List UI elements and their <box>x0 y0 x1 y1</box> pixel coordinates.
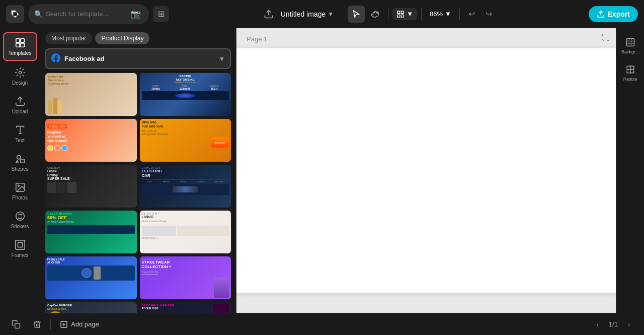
right-panel-background[interactable]: Backgr... <box>618 33 642 58</box>
svg-point-14 <box>17 156 20 159</box>
template-thumb-streetwear[interactable]: CapCut TREND 2024 STREETWEARCOLLECTION +… <box>140 256 231 299</box>
template-thumb-gym[interactable]: BECOME A MEMBER AT OUR GYM! 35% OFF GYMF… <box>140 302 231 313</box>
file-title-text: Untitled image <box>281 10 326 18</box>
filter-tab-most-popular[interactable]: Most popular <box>45 32 92 44</box>
right-panel-background-label: Backgr... <box>621 49 639 54</box>
select-tool-button[interactable] <box>348 6 365 23</box>
template-thumb-skincare[interactable]: Unlock theSecret to aGlowing Skin! <box>45 73 137 116</box>
add-page-button[interactable]: Add page <box>56 318 103 330</box>
svg-rect-2 <box>401 11 404 14</box>
sidebar-item-frames[interactable]: Frames <box>3 235 37 262</box>
search-bar: 🔍 📷 <box>28 4 149 24</box>
page-label: Page 1 <box>247 35 267 43</box>
templates-columns: Unlock theSecret to aGlowing Skin! <box>45 73 231 313</box>
export-button[interactable]: Export <box>589 6 638 22</box>
right-panel-resize[interactable]: Resize <box>618 60 642 86</box>
svg-rect-21 <box>18 242 22 247</box>
sidebar-item-photos[interactable]: Photos <box>3 178 37 205</box>
svg-point-18 <box>18 185 19 186</box>
layout-chevron: ▼ <box>407 10 413 18</box>
templates-panel: Most popular Product Display Facebook ad… <box>40 28 236 313</box>
template-column-left: Unlock theSecret to aGlowing Skin! <box>45 73 137 313</box>
prev-page-button[interactable]: ‹ <box>591 317 605 331</box>
search-icon: 🔍 <box>34 10 43 18</box>
svg-marker-16 <box>16 161 18 163</box>
sidebar-item-design-label: Design <box>12 80 28 86</box>
svg-rect-8 <box>16 43 19 47</box>
filter-button[interactable]: ⊞ <box>153 6 169 22</box>
zoom-button[interactable]: 86% ▼ <box>426 8 455 20</box>
facebook-icon <box>51 53 60 64</box>
svg-rect-25 <box>15 323 20 328</box>
svg-rect-22 <box>626 39 634 46</box>
page-indicator: 1/1 <box>609 320 618 328</box>
template-thumb-blackfriday[interactable]: CapCut EV BlackFridaySUPER SALE <box>45 165 137 208</box>
redo-button[interactable]: ↪ <box>481 6 497 22</box>
main-area: Templates Design Upload Text <box>0 28 644 313</box>
left-sidebar: Templates Design Upload Text <box>0 28 40 313</box>
svg-rect-23 <box>627 66 630 70</box>
undo-button[interactable]: ↩ <box>464 6 480 22</box>
pan-tool-button[interactable] <box>367 6 384 23</box>
zoom-chevron: ▼ <box>445 10 451 18</box>
svg-rect-15 <box>20 159 24 163</box>
sidebar-item-photos-label: Photos <box>12 195 28 200</box>
copy-page-button[interactable] <box>8 316 24 332</box>
template-thumb-burger[interactable]: CapCut BURGER Delicious & more PASTA MEN… <box>45 302 137 313</box>
template-thumb-dive[interactable]: Dive intoFun and Sun. Join us for anunfo… <box>140 119 231 162</box>
camera-search-icon[interactable]: 📷 <box>129 7 143 21</box>
sidebar-item-upload[interactable]: Upload <box>3 92 37 118</box>
sidebar-item-templates-label: Templates <box>9 50 32 56</box>
right-panel-resize-label: Resize <box>623 77 637 82</box>
sidebar-item-templates[interactable]: Templates <box>3 32 37 61</box>
svg-rect-1 <box>397 11 400 14</box>
next-page-button[interactable]: › <box>622 317 636 331</box>
template-thumb-motorbike[interactable]: RACINGMOTORBIKE PERFECT YOUR RIDE POWER1… <box>140 73 231 116</box>
sidebar-item-text-label: Text <box>15 138 24 143</box>
sidebar-item-upload-label: Upload <box>12 109 28 114</box>
export-label: Export <box>608 10 630 18</box>
template-column-right: RACINGMOTORBIKE PERFECT YOUR RIDE POWER1… <box>140 73 231 313</box>
svg-rect-4 <box>401 15 404 17</box>
topbar-center: Untitled image ▼ ▼ <box>173 6 585 23</box>
zoom-level: 86% <box>430 10 443 18</box>
sidebar-item-shapes[interactable]: Shapes <box>3 149 37 176</box>
topbar: 🔍 📷 ⊞ Untitled image ▼ <box>0 0 644 28</box>
category-header-chevron: ▼ <box>219 55 225 62</box>
bottom-bar: Add page ‹ 1/1 › <box>0 313 644 335</box>
layout-button[interactable]: ▼ <box>392 8 417 20</box>
add-page-label: Add page <box>71 320 99 328</box>
upload-icon[interactable] <box>261 6 277 22</box>
sidebar-item-design[interactable]: Design <box>3 63 37 90</box>
logo-button[interactable] <box>6 5 24 23</box>
sidebar-item-shapes-label: Shapes <box>12 166 29 172</box>
file-title[interactable]: Untitled image ▼ <box>281 10 334 18</box>
svg-rect-24 <box>630 70 634 73</box>
delete-page-button[interactable] <box>29 316 45 332</box>
svg-rect-7 <box>20 39 24 42</box>
svg-rect-20 <box>15 240 24 249</box>
template-thumb-frenzy[interactable]: FRENZY SALEAT CYBER <box>45 256 137 299</box>
undo-redo-group: ↩ ↪ <box>464 6 497 22</box>
canvas-area: Page 1 ⛶ <box>236 28 616 313</box>
templates-grid: Unlock theSecret to aGlowing Skin! <box>40 73 236 313</box>
svg-rect-3 <box>397 15 400 17</box>
template-thumb-school[interactable]: ENROLL NOW RegisterYourself atOur School… <box>45 119 137 162</box>
sidebar-item-text[interactable]: Text <box>3 120 37 147</box>
bottom-divider <box>50 319 51 329</box>
right-panel: Backgr... Resize <box>616 28 644 313</box>
sidebar-item-stickers-label: Stickers <box>11 224 29 229</box>
svg-rect-6 <box>16 39 19 42</box>
template-thumb-electriccar[interactable]: CAPCUT EV ELECTRICCAR TYPE PARTS SPECS S… <box>140 165 231 208</box>
sidebar-item-stickers[interactable]: Stickers <box>3 207 37 233</box>
template-thumb-elegant[interactable]: ELEGANT LIVINGModern Interior Design SHO… <box>140 211 231 253</box>
svg-point-10 <box>19 71 22 74</box>
template-thumb-cybermonday[interactable]: CYBER MONDAY 50% OFF All kinds Gadget De… <box>45 211 137 253</box>
file-title-chevron: ▼ <box>328 11 334 18</box>
category-header[interactable]: Facebook ad ▼ <box>45 48 231 69</box>
canvas-expand-button[interactable]: ⛶ <box>602 33 610 42</box>
bottom-right: ‹ 1/1 › <box>591 317 636 331</box>
sidebar-item-frames-label: Frames <box>12 252 29 258</box>
filter-tab-product-display[interactable]: Product Display <box>95 32 149 44</box>
search-input[interactable] <box>46 10 121 18</box>
